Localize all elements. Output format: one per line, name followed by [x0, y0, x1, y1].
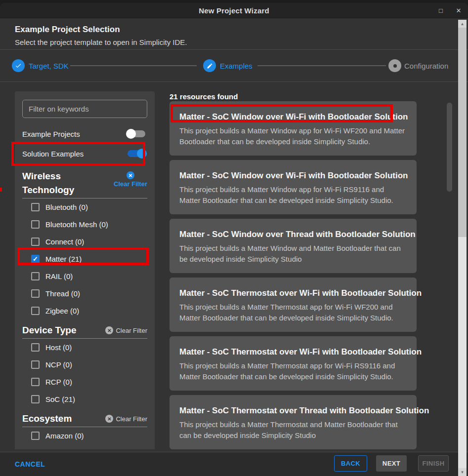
- sidebar-item-matter[interactable]: Matter (21): [22, 250, 147, 268]
- checkbox-label: Bluetooth (0): [45, 203, 88, 211]
- checkbox-icon[interactable]: [31, 432, 40, 440]
- toggle-knob: [137, 149, 147, 159]
- checkbox-icon[interactable]: [31, 289, 40, 298]
- checkbox-label: Thread (0): [45, 289, 80, 298]
- sidebar-item-bluetooth[interactable]: Bluetooth (0): [22, 198, 147, 216]
- header-separator: [0, 49, 468, 50]
- titlebar[interactable]: New Project Wizard □ ✕: [0, 3, 468, 18]
- checkbox-label: Amazon (0): [45, 432, 84, 440]
- back-button[interactable]: BACK: [334, 455, 367, 472]
- window-scrollbar[interactable]: ▲ ▼: [458, 20, 467, 476]
- example-projects-toggle[interactable]: [128, 130, 145, 137]
- pencil-icon: [207, 63, 213, 69]
- results-scrollbar-thumb[interactable]: [447, 103, 452, 192]
- section-title: Wireless Technology: [22, 169, 96, 197]
- filter-sidebar: Example Projects Solution Examples Wirel…: [15, 91, 155, 449]
- results-list: Matter - SoC Window over Wi-Fi with Boot…: [170, 101, 417, 454]
- finish-button[interactable]: FINISH: [418, 455, 449, 472]
- card-description: This project builds a Matter Window and …: [179, 243, 407, 265]
- clear-filter-label[interactable]: Clear Filter: [114, 180, 147, 188]
- scroll-up-icon[interactable]: ▲: [458, 20, 467, 28]
- step-target-sdk-label[interactable]: Target, SDK: [29, 62, 69, 70]
- step-configuration-icon[interactable]: [388, 59, 401, 72]
- checkbox-label: RCP (0): [45, 378, 72, 386]
- card-title: Matter - SoC Window over Thread with Boo…: [179, 230, 407, 239]
- close-icon[interactable]: ✕: [454, 7, 463, 14]
- checkbox-icon[interactable]: [31, 343, 40, 352]
- solution-examples-toggle-row[interactable]: Solution Examples: [22, 147, 147, 160]
- checkbox-icon[interactable]: [31, 378, 40, 386]
- card-description: This project builds a Matter Thermostat …: [179, 302, 407, 323]
- sidebar-item-amazon[interactable]: Amazon (0): [22, 427, 147, 444]
- checkbox-icon[interactable]: [31, 360, 40, 369]
- example-card[interactable]: Matter - SoC Window over Wi-Fi with Boot…: [170, 101, 417, 156]
- scroll-down-icon[interactable]: ▼: [458, 468, 467, 476]
- sidebar-item-rail[interactable]: RAIL (0): [22, 268, 147, 285]
- step-target-sdk-icon[interactable]: [12, 59, 25, 72]
- checkbox-icon[interactable]: [31, 220, 40, 229]
- card-title: Matter - SoC Window over Wi-Fi with Boot…: [179, 171, 407, 181]
- sidebar-item-host[interactable]: Host (0): [22, 339, 147, 356]
- card-title: Matter - SoC Thermostat over Wi-Fi with …: [179, 288, 407, 298]
- maximize-icon[interactable]: □: [436, 7, 445, 14]
- toggle-knob: [126, 129, 136, 139]
- step-examples-icon[interactable]: [203, 59, 216, 72]
- next-button[interactable]: NEXT: [376, 455, 407, 472]
- clear-filter-label[interactable]: Clear Filter: [116, 415, 147, 423]
- checkbox-icon[interactable]: [31, 203, 40, 211]
- clear-filter-device-type[interactable]: ✕ Clear Filter: [105, 326, 147, 334]
- checkbox-icon[interactable]: [31, 395, 40, 403]
- cancel-button[interactable]: CANCEL: [15, 460, 45, 468]
- solution-examples-toggle[interactable]: [128, 150, 145, 157]
- sidebar-item-ncp[interactable]: NCP (0): [22, 356, 147, 373]
- example-card[interactable]: Matter - SoC Thermostat over Thread with…: [170, 395, 417, 449]
- keyword-filter-input[interactable]: [22, 100, 147, 118]
- checkbox-icon[interactable]: [31, 272, 40, 280]
- screenshot-stage: New Project Wizard □ ✕ Example Project S…: [0, 0, 468, 476]
- example-card[interactable]: Matter - SoC Thermostat over Wi-Fi with …: [170, 278, 417, 332]
- clear-filter-icon[interactable]: ✕: [127, 171, 134, 179]
- section-ecosystem: Ecosystem ✕ Clear Filter: [22, 412, 147, 426]
- results-count: 21 resources found: [170, 92, 238, 101]
- section-wireless-technology: Wireless Technology ✕ Clear Filter: [22, 169, 147, 197]
- sidebar-item-bluetooth-mesh[interactable]: Bluetooth Mesh (0): [22, 216, 147, 233]
- window-scrollbar-thumb[interactable]: [458, 28, 467, 237]
- checkbox-icon[interactable]: [31, 307, 40, 315]
- checkbox-label: RAIL (0): [45, 272, 73, 280]
- step-connector: [257, 65, 386, 66]
- checkbox-label: SoC (21): [45, 395, 75, 403]
- sidebar-item-soc[interactable]: SoC (21): [22, 391, 147, 408]
- annotation-edge-mark: [0, 188, 2, 192]
- clear-filter-label[interactable]: Clear Filter: [116, 327, 147, 334]
- checkbox-label: Matter (21): [45, 255, 82, 263]
- card-title: Matter - SoC Thermostat over Wi-Fi with …: [179, 347, 407, 357]
- footer-bar: CANCEL BACK NEXT FINISH: [0, 452, 468, 476]
- sidebar-item-zigbee[interactable]: Zigbee (0): [22, 302, 147, 319]
- example-card[interactable]: Matter - SoC Window over Thread with Boo…: [170, 219, 417, 273]
- section-title: Device Type: [22, 323, 76, 337]
- section-device-type: Device Type ✕ Clear Filter: [22, 323, 147, 337]
- toggle-label: Example Projects: [22, 130, 80, 138]
- card-description: This project builds a Matter Window app …: [179, 184, 407, 206]
- example-card[interactable]: Matter - SoC Thermostat over Wi-Fi with …: [170, 336, 417, 391]
- clear-filter-ecosystem[interactable]: ✕ Clear Filter: [105, 415, 147, 423]
- page-title: Example Project Selection: [15, 25, 120, 35]
- clear-filter-wireless[interactable]: ✕ Clear Filter: [114, 169, 147, 197]
- card-description: This project builds a Matter Window app …: [179, 125, 407, 147]
- checkbox-label: Host (0): [45, 343, 72, 352]
- sidebar-item-rcp[interactable]: RCP (0): [22, 373, 147, 391]
- example-card[interactable]: Matter - SoC Window over Wi-Fi with Boot…: [170, 160, 417, 214]
- card-title: Matter - SoC Thermostat over Thread with…: [179, 406, 407, 416]
- sidebar-item-connect[interactable]: Connect (0): [22, 233, 147, 250]
- step-configuration-label[interactable]: Configuration: [404, 62, 448, 70]
- sidebar-item-thread[interactable]: Thread (0): [22, 285, 147, 302]
- section-title: Ecosystem: [22, 412, 72, 426]
- card-description: This project builds a Matter Thermostat …: [179, 360, 407, 382]
- checkbox-checked-icon[interactable]: [31, 255, 40, 263]
- card-description: This project builds a Matter Thermostat …: [179, 419, 407, 441]
- clear-filter-icon[interactable]: ✕: [105, 415, 113, 423]
- clear-filter-icon[interactable]: ✕: [105, 326, 113, 334]
- step-examples-label[interactable]: Examples: [220, 62, 253, 70]
- checkbox-icon[interactable]: [31, 238, 40, 246]
- example-projects-toggle-row[interactable]: Example Projects: [22, 127, 147, 141]
